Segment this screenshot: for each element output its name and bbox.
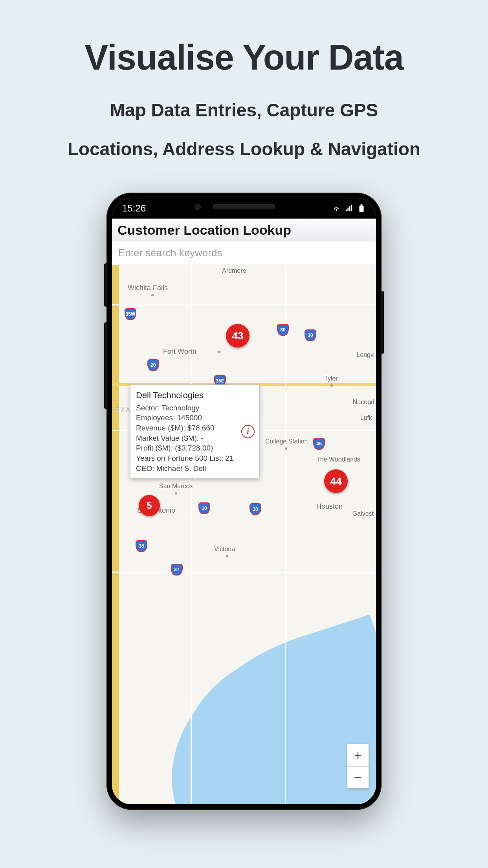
shield-icon: 30: [305, 329, 316, 341]
info-years-label: Years on Fortune 500 List:: [136, 454, 223, 462]
map-canvas[interactable]: Ardmore Wichita Falls Fort Worth Longv T…: [112, 265, 376, 804]
shield-icon: 30: [277, 324, 289, 336]
map-label-college-station: College Station: [265, 438, 308, 445]
shield-icon: 45: [313, 438, 325, 450]
app-title: Customer Location Lookup: [117, 223, 371, 238]
info-icon[interactable]: i: [241, 425, 255, 438]
map-label-fort-worth: Fort Worth: [163, 348, 196, 356]
info-employees-label: Employees:: [136, 414, 175, 422]
info-sector: Technology: [161, 404, 199, 412]
info-revenue: $78,660: [187, 424, 215, 432]
map-label-galveston: Galvest: [352, 510, 374, 517]
shield-icon: 10: [198, 502, 210, 514]
promo-subtitle-1: Map Data Entries, Capture GPS: [0, 99, 488, 121]
map-label-lufkin: Lufk: [360, 414, 372, 421]
zoom-out-button[interactable]: −: [347, 766, 369, 788]
search-bar: [112, 241, 376, 265]
map-cluster-dallas[interactable]: 43: [226, 324, 250, 348]
zoom-control: + −: [347, 744, 369, 789]
info-employees: 145000: [177, 414, 202, 422]
info-profit: ($3,728.00): [175, 444, 213, 452]
info-ceo-label: CEO:: [136, 464, 154, 473]
app-root: Customer Location Lookup Ardmore Wic: [112, 219, 376, 804]
shield-icon: 20: [147, 359, 159, 371]
map-label-houston: Houston: [316, 502, 343, 511]
svg-rect-1: [360, 204, 363, 206]
shield-icon: 10: [250, 503, 261, 515]
shield-icon: 35W: [125, 308, 136, 320]
wifi-icon: [332, 204, 341, 213]
promo-subtitle-2: Locations, Address Lookup & Navigation: [0, 138, 488, 160]
map-label-the-woodlands: The Woodlands: [316, 456, 360, 463]
info-mktval: -: [201, 434, 203, 442]
zoom-in-button[interactable]: +: [347, 744, 369, 766]
info-ceo: Michael S. Dell: [156, 464, 206, 473]
info-revenue-label: Revenue ($M):: [136, 424, 185, 432]
map-label-tyler: Tyler: [324, 375, 338, 382]
phone-screen: 15:26 Customer Location Lookup: [112, 198, 376, 804]
signal-icon: [345, 204, 353, 213]
map-label-longview: Longv: [356, 351, 374, 359]
map-cluster-san-antonio[interactable]: 5: [139, 495, 160, 516]
shield-icon: 37: [171, 564, 183, 576]
info-years: 21: [225, 454, 233, 462]
status-bar: 15:26: [112, 198, 376, 219]
map-cluster-houston[interactable]: 44: [324, 469, 348, 493]
info-card: Dell Technologies Sector: Technology Emp…: [130, 384, 260, 478]
info-sector-label: Sector:: [136, 404, 160, 412]
map-label-san-marcos: San Marcos: [159, 483, 193, 490]
app-header: Customer Location Lookup: [112, 219, 376, 241]
info-profit-label: Profit ($M):: [136, 444, 173, 452]
map-label-wichita-falls: Wichita Falls: [128, 284, 168, 292]
search-input[interactable]: [112, 241, 376, 265]
shield-icon: 35: [136, 540, 147, 552]
svg-rect-0: [360, 206, 364, 212]
phone-frame: 15:26 Customer Location Lookup: [106, 193, 382, 810]
info-company: Dell Technologies: [136, 390, 254, 401]
map-label-ardmore: Ardmore: [222, 267, 246, 274]
promo-title: Visualise Your Data: [0, 37, 488, 78]
status-time: 15:26: [122, 203, 146, 214]
battery-icon: [357, 204, 366, 213]
info-mktval-label: Market Value ($M):: [136, 434, 199, 442]
map-label-victoria: Victoria: [214, 546, 235, 553]
map-label-nacogdoches: Nacogd: [353, 399, 374, 406]
